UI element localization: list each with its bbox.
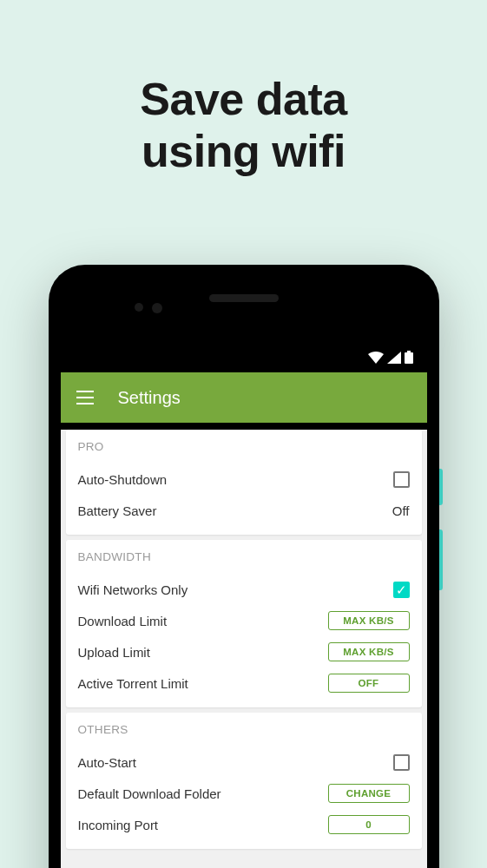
row-active-torrent[interactable]: Active Torrent Limit OFF	[78, 667, 410, 699]
default-folder-button[interactable]: CHANGE	[328, 784, 410, 803]
auto-shutdown-checkbox[interactable]	[393, 471, 410, 488]
settings-screen: PRO Auto-Shutdown Battery Saver Off BAND…	[61, 430, 427, 868]
row-label: Wifi Networks Only	[78, 582, 188, 597]
svg-rect-0	[405, 352, 413, 364]
row-label: Upload Limit	[78, 645, 150, 660]
phone-side-button	[439, 529, 443, 590]
row-label: Auto-Shutdown	[78, 472, 168, 487]
row-label: Auto-Start	[78, 755, 137, 770]
menu-icon[interactable]	[76, 391, 94, 404]
promo-headline: Save data using wifi	[0, 0, 487, 178]
row-wifi-only[interactable]: Wifi Networks Only ✓	[78, 574, 410, 605]
incoming-port-button[interactable]: 0	[328, 815, 410, 834]
phone-frame: Settings PRO Auto-Shutdown Battery Saver…	[49, 265, 439, 868]
row-auto-shutdown[interactable]: Auto-Shutdown	[78, 464, 410, 495]
wifi-icon	[368, 352, 384, 364]
status-bar	[61, 277, 427, 372]
battery-icon	[405, 351, 413, 364]
cellular-icon	[387, 352, 401, 364]
row-label: Incoming Port	[78, 818, 159, 832]
row-label: Active Torrent Limit	[78, 676, 188, 691]
section-others: OTHERS Auto-Start Default Download Folde…	[66, 713, 422, 849]
row-download-limit[interactable]: Download Limit MAX KB/S	[78, 605, 410, 636]
active-torrent-button[interactable]: OFF	[328, 674, 410, 693]
app-bar: Settings	[61, 372, 427, 423]
auto-start-checkbox[interactable]	[393, 754, 410, 771]
wifi-only-checkbox[interactable]: ✓	[393, 582, 410, 598]
phone-speaker	[209, 294, 279, 302]
section-bandwidth: BANDWIDTH Wifi Networks Only ✓ Download …	[66, 540, 422, 707]
section-title: OTHERS	[78, 723, 410, 736]
row-label: Download Limit	[78, 614, 168, 628]
row-upload-limit[interactable]: Upload Limit MAX KB/S	[78, 636, 410, 667]
row-label: Default Download Folder	[78, 786, 221, 801]
phone-camera	[135, 303, 143, 312]
checkmark-icon: ✓	[396, 583, 407, 596]
row-incoming-port[interactable]: Incoming Port 0	[78, 809, 410, 840]
section-pro: PRO Auto-Shutdown Battery Saver Off	[66, 430, 422, 535]
row-battery-saver[interactable]: Battery Saver Off	[78, 495, 410, 526]
row-auto-start[interactable]: Auto-Start	[78, 746, 410, 778]
svg-rect-1	[407, 351, 411, 352]
battery-saver-value: Off	[392, 503, 410, 518]
row-default-folder[interactable]: Default Download Folder CHANGE	[78, 778, 410, 809]
section-title: BANDWIDTH	[78, 550, 410, 563]
phone-camera	[152, 303, 162, 313]
section-title: PRO	[78, 440, 410, 453]
row-label: Battery Saver	[78, 503, 157, 518]
phone-side-button	[439, 469, 443, 505]
download-limit-button[interactable]: MAX KB/S	[328, 611, 410, 630]
page-title: Settings	[118, 388, 181, 408]
upload-limit-button[interactable]: MAX KB/S	[328, 642, 410, 661]
